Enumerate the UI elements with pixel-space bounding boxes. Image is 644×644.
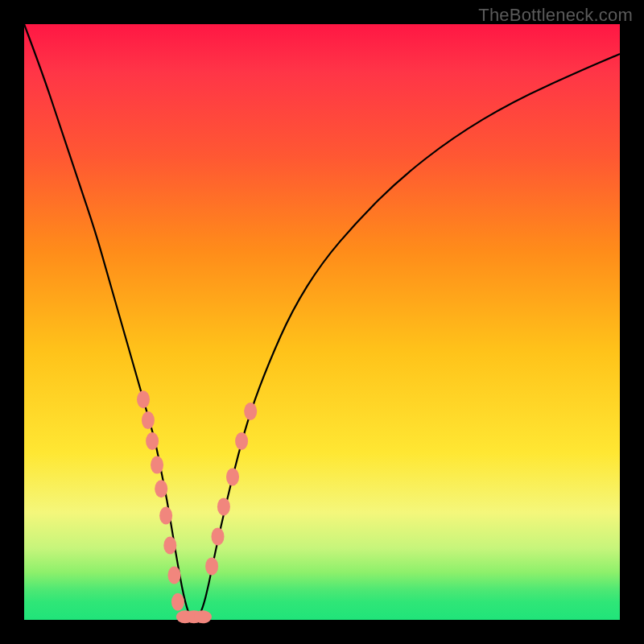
stress-marker <box>235 432 248 450</box>
stress-marker <box>205 557 218 575</box>
stress-marker <box>194 610 212 623</box>
bottleneck-curve <box>24 24 620 620</box>
stress-marker <box>167 567 180 584</box>
stress-markers-right <box>205 402 257 575</box>
stress-markers-left <box>137 390 184 611</box>
watermark-text: TheBottleneck.com <box>478 5 633 26</box>
chart-frame: TheBottleneck.com <box>0 0 644 644</box>
stress-marker <box>159 507 172 525</box>
stress-marker <box>146 432 159 450</box>
curve-svg <box>24 24 620 620</box>
stress-marker <box>155 480 167 497</box>
plot-area <box>24 24 620 620</box>
stress-marker <box>226 468 239 485</box>
stress-marker <box>137 390 150 408</box>
stress-marker <box>244 402 257 420</box>
stress-marker <box>171 593 184 611</box>
stress-markers-bottom <box>176 610 212 623</box>
stress-marker <box>217 497 230 515</box>
stress-marker <box>163 537 176 555</box>
stress-marker <box>151 456 163 474</box>
stress-marker <box>142 411 155 429</box>
stress-marker <box>212 527 225 545</box>
